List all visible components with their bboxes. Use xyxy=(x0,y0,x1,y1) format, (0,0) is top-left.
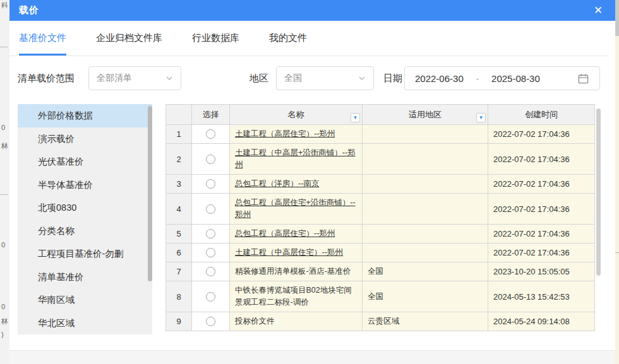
column-header-name: 名称 ▼ xyxy=(230,105,363,125)
applicable-region-cell xyxy=(363,194,488,225)
radio-button[interactable] xyxy=(206,248,215,257)
column-header-region-label: 适用地区 xyxy=(409,110,442,119)
radio-button[interactable] xyxy=(206,204,215,214)
created-time-cell: 2022-07-02 17:04:36 xyxy=(488,144,595,175)
sidebar-item[interactable]: 华北区域 xyxy=(18,312,152,335)
dialog-header: 载价 ✕ xyxy=(9,0,615,21)
sidebar-item[interactable]: 清单基准价 xyxy=(18,266,152,289)
sidebar-item-label: 半导体基准价 xyxy=(38,180,93,190)
created-time-cell: 2022-07-02 17:04:36 xyxy=(488,244,595,262)
row-index-cell: 9 xyxy=(166,312,192,331)
sidebar-item-label: 清单基准价 xyxy=(38,272,84,282)
region-select[interactable]: 全国 xyxy=(276,66,374,90)
date-range-picker[interactable]: 2022-06-30 - 2025-08-30 xyxy=(404,66,600,90)
sidebar-item[interactable]: 华南区域 xyxy=(18,288,152,312)
column-header-region: 适用地区 ▼ xyxy=(363,105,488,125)
background-text-fragment: 0 xyxy=(1,303,5,310)
tab-label: 我的文件 xyxy=(269,32,307,44)
row-select-cell xyxy=(192,194,230,225)
radio-button[interactable] xyxy=(206,317,215,326)
sidebar-item[interactable]: 分类名称 xyxy=(18,220,152,243)
file-name-cell[interactable]: 土建工程（高层住宅）--郑州 xyxy=(230,125,363,144)
created-time-cell: 2024-05-24 09:14:08 xyxy=(488,312,595,331)
background-text-fragment: 科 xyxy=(1,1,8,10)
row-index-cell: 2 xyxy=(166,144,192,175)
applicable-region-cell: 全国 xyxy=(363,281,488,312)
scope-select[interactable]: 全部清单 xyxy=(88,66,181,90)
row-select-cell xyxy=(192,225,230,244)
row-index-cell: 5 xyxy=(166,225,192,244)
row-select-cell xyxy=(192,262,230,281)
applicable-region-cell: 全国 xyxy=(363,262,488,281)
background-divider xyxy=(0,194,8,195)
table-row: 4 总包工程（高层住宅+沿街商铺）--郑州 2022-07-02 17:04:3… xyxy=(166,194,595,225)
date-range-separator: - xyxy=(476,74,479,83)
name-filter-icon[interactable]: ▼ xyxy=(351,113,360,122)
file-name-cell[interactable]: 精装修通用清单模板-酒店-基准价 xyxy=(230,262,363,281)
row-index-cell: 3 xyxy=(166,175,192,194)
region-select-value: 全国 xyxy=(284,73,358,84)
sidebar-item[interactable]: 工程项目基准价-勿删 xyxy=(18,242,152,266)
row-index-cell: 7 xyxy=(166,262,192,281)
sidebar-item-label: 分类名称 xyxy=(38,226,75,236)
file-name-cell[interactable]: 总包工程（洋房）--南京 xyxy=(230,175,363,194)
sidebar-item[interactable]: 光伏基准价 xyxy=(18,150,152,173)
row-index-cell: 6 xyxy=(166,244,192,262)
sidebar-item[interactable]: 外部价格数据 xyxy=(18,104,152,127)
table-row: 1 土建工程（高层住宅）--郑州 2022-07-02 17:04:36 xyxy=(166,125,595,144)
radio-button[interactable] xyxy=(206,179,215,189)
tab-base-price-file[interactable]: 基准价文件 xyxy=(19,21,66,56)
date-end-value[interactable]: 2025-08-30 xyxy=(491,73,540,84)
background-app-left-strip: 科0林00林) xyxy=(0,0,9,364)
radio-button[interactable] xyxy=(206,292,215,302)
scope-label: 清单载价范围 xyxy=(18,66,75,90)
radio-button[interactable] xyxy=(206,267,215,276)
radio-button[interactable] xyxy=(206,129,215,139)
radio-button[interactable] xyxy=(206,229,215,238)
applicable-region-cell: 云贵区域 xyxy=(363,312,488,331)
sidebar-item-label: 光伏基准价 xyxy=(38,156,84,167)
row-select-cell xyxy=(192,312,230,331)
file-name-cell[interactable]: 总包工程（高层住宅+沿街商铺）--郑州 xyxy=(230,194,363,225)
file-name-cell[interactable]: 投标价文件 xyxy=(230,312,363,331)
date-label: 日期 xyxy=(383,66,402,90)
tab-industry-database[interactable]: 行业数据库 xyxy=(192,21,239,56)
file-name-cell[interactable]: 土建工程（中高层住宅）--郑州 xyxy=(230,244,363,262)
table-row: 2 土建工程（中高层+沿街商铺）--郑州 2022-07-02 17:04:36 xyxy=(166,144,595,175)
tab-label: 行业数据库 xyxy=(192,32,239,44)
table-row: 9 投标价文件 云贵区域 2024-05-24 09:14:08 xyxy=(166,312,595,331)
close-icon[interactable]: ✕ xyxy=(590,0,606,21)
file-name-cell[interactable]: 总包工程（高层住宅）--郑州 xyxy=(230,225,363,244)
tab-enterprise-archive[interactable]: 企业归档文件库 xyxy=(96,21,162,56)
row-select-cell xyxy=(192,244,230,262)
sidebar-item-label: 华北区域 xyxy=(38,318,75,328)
table-scrollbar-thumb[interactable] xyxy=(596,109,601,276)
row-select-cell xyxy=(192,144,230,175)
sidebar-item-label: 演示载价 xyxy=(38,134,75,144)
calendar-icon[interactable] xyxy=(577,73,589,85)
applicable-region-cell xyxy=(363,175,488,194)
sidebar-scrollbar-thumb[interactable] xyxy=(148,106,152,281)
price-file-table: 选择 名称 ▼ 适用地区 ▼ 创建时间 1 土建工程（高层住宅）--郑州 202… xyxy=(165,104,596,336)
table-row: 3 总包工程（洋房）--南京 2022-07-02 17:04:36 xyxy=(166,175,595,194)
file-name-cell[interactable]: 中铁长春博览城项目B02地块宅间景观工程二标段-调价 xyxy=(230,281,363,312)
table-row: 7 精装修通用清单模板-酒店-基准价 全国 2023-10-20 15:05:0… xyxy=(166,262,595,281)
background-divider xyxy=(615,252,619,253)
region-filter-icon[interactable]: ▼ xyxy=(476,113,486,122)
file-name-cell[interactable]: 土建工程（中高层+沿街商铺）--郑州 xyxy=(230,144,363,175)
chevron-down-icon xyxy=(358,74,366,82)
sidebar-item[interactable]: 半导体基准价 xyxy=(18,173,152,197)
sidebar-item[interactable]: 演示载价 xyxy=(18,127,152,151)
background-app-right-strip xyxy=(615,0,619,364)
date-start-value[interactable]: 2022-06-30 xyxy=(415,73,464,84)
row-select-cell xyxy=(192,125,230,144)
applicable-region-cell xyxy=(363,125,488,144)
tab-my-files[interactable]: 我的文件 xyxy=(269,21,307,56)
dialog-title: 载价 xyxy=(19,4,39,16)
column-header-index xyxy=(166,105,192,125)
table-row: 6 土建工程（中高层住宅）--郑州 2022-07-02 17:04:36 xyxy=(166,244,595,262)
sidebar-item[interactable]: 北项0830 xyxy=(18,196,152,220)
radio-button[interactable] xyxy=(206,155,215,164)
row-select-cell xyxy=(192,175,230,194)
row-index-cell: 8 xyxy=(166,281,192,312)
